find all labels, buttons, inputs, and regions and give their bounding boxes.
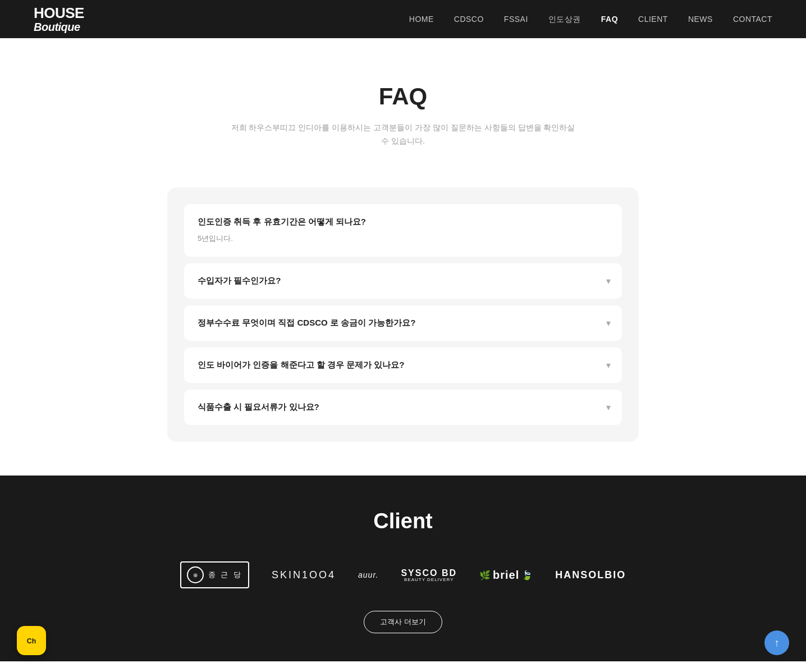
faq-item-2[interactable]: 수입자가 필수인가요? ▾ [184,263,622,299]
client-title: Client [11,509,795,533]
scroll-top-button[interactable]: ↑ [764,630,789,655]
briel-leaf-icon: 🍃 [521,570,533,580]
faq-question-1: 인도인증 취득 후 유효기간은 어떻게 되나요? [198,217,608,227]
faq-item-4[interactable]: 인도 바이어가 인증을 해준다고 할 경우 문제가 있나요? ▾ [184,348,622,383]
navbar: HOUSE Boutique HOME CDSCO FSSAI 인도상권 FAQ… [0,0,806,38]
scroll-top-icon: ↑ [775,637,780,649]
faq-question-3: 정부수수료 무엇이며 직접 CDSCO 로 송금이 가능한가요? [198,318,608,328]
nav-faq[interactable]: FAQ [601,15,618,24]
hero-description: 저희 하우스부띠끄 인디아를 이용하시는 고객분들이 가장 많이 질문하는 사항… [11,121,795,148]
nav-links: HOME CDSCO FSSAI 인도상권 FAQ CLIENT NEWS CO… [409,14,772,25]
jongkundang-circle-icon: ⊕ [187,566,204,583]
faq-section: 인도인증 취득 후 유효기간은 어떻게 되나요? 5년입니다. 수입자가 필수인… [0,182,806,476]
nav-india[interactable]: 인도상권 [548,15,581,24]
faq-question-4: 인도 바이어가 인증을 해준다고 할 경우 문제가 있나요? [198,360,608,371]
hero-section: FAQ 저희 하우스부띠끄 인디아를 이용하시는 고객분들이 가장 많이 질문하… [0,38,806,182]
nav-contact[interactable]: CONTACT [733,15,772,24]
client-more-button[interactable]: 고객사 더보기 [364,611,442,633]
svg-text:Ch: Ch [27,637,36,645]
client-logo-auur: auur. [358,561,378,588]
logo[interactable]: HOUSE Boutique [34,5,84,34]
client-logo-hansolbio: HANSOLBIO [555,561,626,588]
logo-line2: Boutique [34,21,84,33]
client-logo-briel: 🌿 briel 🍃 [479,561,533,588]
client-logo-skin1004: SKIN1OO4 [272,561,336,588]
faq-item-3[interactable]: 정부수수료 무엇이며 직접 CDSCO 로 송금이 가능한가요? ▾ [184,305,622,341]
faq-chevron-4: ▾ [606,360,611,371]
client-logo-jongkundang: ⊕ 종 근 당 [180,561,249,588]
logo-line1: HOUSE [34,5,84,21]
client-logos: ⊕ 종 근 당 SKIN1OO4 auur. SYSCO BDBEAUTY DE… [11,561,795,588]
nav-cdsco[interactable]: CDSCO [454,15,484,24]
page-title: FAQ [11,83,795,110]
chat-button[interactable]: Ch [17,626,46,655]
faq-item-5[interactable]: 식품수출 시 필요서류가 있나요? ▾ [184,390,622,425]
chat-icon: Ch [24,633,39,648]
faq-container: 인도인증 취득 후 유효기간은 어떻게 되나요? 5년입니다. 수입자가 필수인… [167,188,639,442]
faq-item-1[interactable]: 인도인증 취득 후 유효기간은 어떻게 되나요? 5년입니다. [184,204,622,257]
faq-answer-1: 5년입니다. [198,233,608,245]
faq-question-2: 수입자가 필수인가요? [198,276,608,286]
nav-home[interactable]: HOME [409,15,434,24]
nav-client[interactable]: CLIENT [638,15,668,24]
faq-chevron-3: ▾ [606,318,611,328]
briel-wing-left-icon: 🌿 [479,570,491,580]
faq-chevron-2: ▾ [606,276,611,286]
client-logo-syscobd: SYSCO BDBEAUTY DELIVERY [401,561,457,588]
faq-chevron-5: ▾ [606,402,611,413]
faq-question-5: 식품수출 시 필요서류가 있나요? [198,402,608,413]
nav-fssai[interactable]: FSSAI [504,15,528,24]
client-section: Client ⊕ 종 근 당 SKIN1OO4 auur. SYSCO BDBE… [0,476,806,661]
nav-news[interactable]: NEWS [688,15,713,24]
